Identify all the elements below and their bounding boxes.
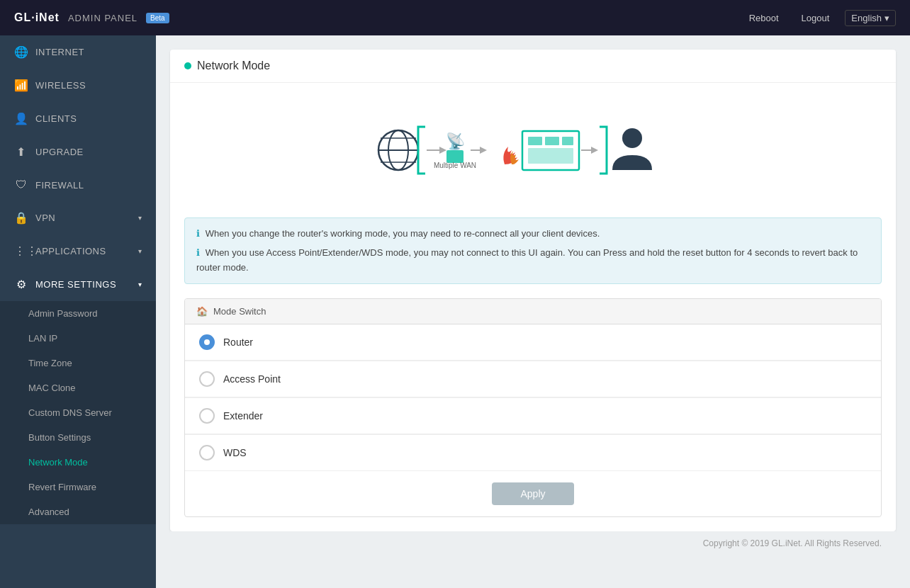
- more-settings-icon: ⚙: [14, 278, 28, 291]
- sidebar-sub-mac-clone[interactable]: MAC Clone: [0, 375, 156, 400]
- lang-arrow-icon: ▾: [884, 13, 889, 23]
- applications-icon: ⋮⋮: [14, 244, 28, 258]
- card-title: Network Mode: [197, 60, 270, 72]
- more-settings-arrow-icon: ▾: [138, 281, 142, 288]
- sidebar-item-more-settings[interactable]: ⚙ MORE SETTINGS ▾: [0, 268, 156, 301]
- sidebar-item-label: MORE SETTINGS: [35, 279, 116, 290]
- sidebar-item-wireless[interactable]: 📶 WIRELESS: [0, 69, 156, 102]
- svg-rect-14: [545, 137, 559, 145]
- radio-access-point[interactable]: [199, 371, 215, 387]
- applications-arrow-icon: ▾: [138, 247, 142, 255]
- svg-marker-11: [480, 147, 487, 154]
- mode-label-router: Router: [223, 337, 253, 348]
- mode-switch-card: 🏠 Mode Switch Router Access Point: [184, 298, 882, 517]
- sidebar-item-label: CLIENTS: [35, 113, 77, 124]
- footer-text: Copyright © 2019 GL.iNet. All Rights Res…: [703, 538, 882, 548]
- radio-extender[interactable]: [199, 408, 215, 424]
- svg-point-19: [622, 128, 642, 148]
- admin-panel-label: ADMIN PANEL: [68, 13, 137, 23]
- language-label: English: [851, 13, 882, 23]
- mode-switch-header: 🏠 Mode Switch: [185, 299, 881, 324]
- sidebar-sub-network-mode[interactable]: Network Mode: [0, 450, 156, 475]
- svg-marker-18: [591, 147, 598, 154]
- status-dot: [184, 62, 191, 69]
- radio-router[interactable]: [199, 334, 215, 350]
- logo-text: GL·iNet: [14, 11, 60, 23]
- sidebar-item-label: WIRELESS: [35, 80, 86, 91]
- network-mode-card: Network Mode: [170, 50, 896, 531]
- network-diagram: 📡 Multiple WAN: [184, 97, 882, 210]
- vpn-arrow-icon: ▾: [138, 214, 142, 222]
- network-diagram-svg: 📡 Multiple WAN: [356, 111, 710, 189]
- apply-button-wrap: Apply: [185, 471, 881, 516]
- mode-label-wds: WDS: [223, 447, 247, 458]
- reboot-button[interactable]: Reboot: [742, 10, 786, 26]
- language-selector[interactable]: English ▾: [845, 10, 896, 26]
- radio-wds[interactable]: [199, 445, 215, 460]
- info-line2: ℹ When you use Access Point/Extender/WDS…: [196, 246, 870, 276]
- info-box: ℹ When you change the router's working m…: [184, 217, 882, 284]
- upgrade-icon: ⬆: [14, 145, 28, 159]
- mode-switch-title: Mode Switch: [213, 306, 266, 317]
- sidebar-sub-time-zone[interactable]: Time Zone: [0, 351, 156, 375]
- svg-rect-13: [528, 137, 542, 145]
- logo: GL·iNet: [14, 11, 60, 24]
- sidebar-item-applications[interactable]: ⋮⋮ APPLICATIONS ▾: [0, 234, 156, 268]
- sidebar-item-internet[interactable]: 🌐 INTERNET: [0, 35, 156, 69]
- firewall-icon: 🛡: [14, 179, 28, 191]
- logout-button[interactable]: Logout: [794, 10, 837, 26]
- sidebar-sub-custom-dns[interactable]: Custom DNS Server: [0, 400, 156, 425]
- info-icon-1: ℹ: [196, 228, 200, 239]
- app-header: GL·iNet ADMIN PANEL Beta Reboot Logout E…: [0, 0, 910, 35]
- sidebar-item-label: INTERNET: [35, 47, 84, 57]
- svg-rect-16: [528, 148, 573, 164]
- info-line1: ℹ When you change the router's working m…: [196, 227, 870, 242]
- sidebar-item-vpn[interactable]: 🔒 VPN ▾: [0, 201, 156, 234]
- wireless-icon: 📶: [14, 79, 28, 92]
- mode-label-extender: Extender: [223, 410, 263, 422]
- sidebar-item-upgrade[interactable]: ⬆ UPGRADE: [0, 135, 156, 169]
- sidebar-sub-button-settings[interactable]: Button Settings: [0, 425, 156, 450]
- sidebar-item-clients[interactable]: 👤 CLIENTS: [0, 102, 156, 135]
- more-settings-submenu: Admin Password LAN IP Time Zone MAC Clon…: [0, 301, 156, 524]
- svg-rect-15: [562, 137, 573, 145]
- main-content: Network Mode: [156, 35, 910, 588]
- sidebar-sub-lan-ip[interactable]: LAN IP: [0, 326, 156, 351]
- mode-option-access-point[interactable]: Access Point: [185, 361, 881, 397]
- sidebar-item-label: FIREWALL: [35, 180, 84, 191]
- sidebar-sub-advanced[interactable]: Advanced: [0, 499, 156, 524]
- mode-option-router[interactable]: Router: [185, 324, 881, 361]
- sidebar-item-label: UPGRADE: [35, 147, 84, 157]
- mode-option-extender[interactable]: Extender: [185, 398, 881, 434]
- mode-switch-body: Router Access Point Extender: [185, 324, 881, 516]
- sidebar: 🌐 INTERNET 📶 WIRELESS 👤 CLIENTS ⬆ UPGRAD…: [0, 35, 156, 588]
- sidebar-sub-revert-firmware[interactable]: Revert Firmware: [0, 475, 156, 499]
- home-icon: 🏠: [196, 306, 208, 317]
- footer: Copyright © 2019 GL.iNet. All Rights Res…: [170, 531, 896, 555]
- mode-option-wds[interactable]: WDS: [185, 435, 881, 471]
- internet-icon: 🌐: [14, 45, 28, 59]
- beta-badge: Beta: [146, 13, 169, 23]
- mode-label-access-point: Access Point: [223, 373, 281, 385]
- vpn-icon: 🔒: [14, 211, 28, 225]
- card-header: Network Mode: [170, 50, 896, 83]
- sidebar-sub-admin-password[interactable]: Admin Password: [0, 301, 156, 326]
- apply-button[interactable]: Apply: [492, 482, 573, 505]
- svg-text:Multiple WAN: Multiple WAN: [434, 162, 476, 169]
- svg-text:📡: 📡: [446, 132, 466, 151]
- info-icon-2: ℹ: [196, 247, 200, 258]
- sidebar-item-firewall[interactable]: 🛡 FIREWALL: [0, 169, 156, 201]
- sidebar-item-label: APPLICATIONS: [35, 246, 106, 256]
- clients-icon: 👤: [14, 112, 28, 125]
- sidebar-item-label: VPN: [35, 213, 55, 223]
- card-body: 📡 Multiple WAN: [170, 83, 896, 531]
